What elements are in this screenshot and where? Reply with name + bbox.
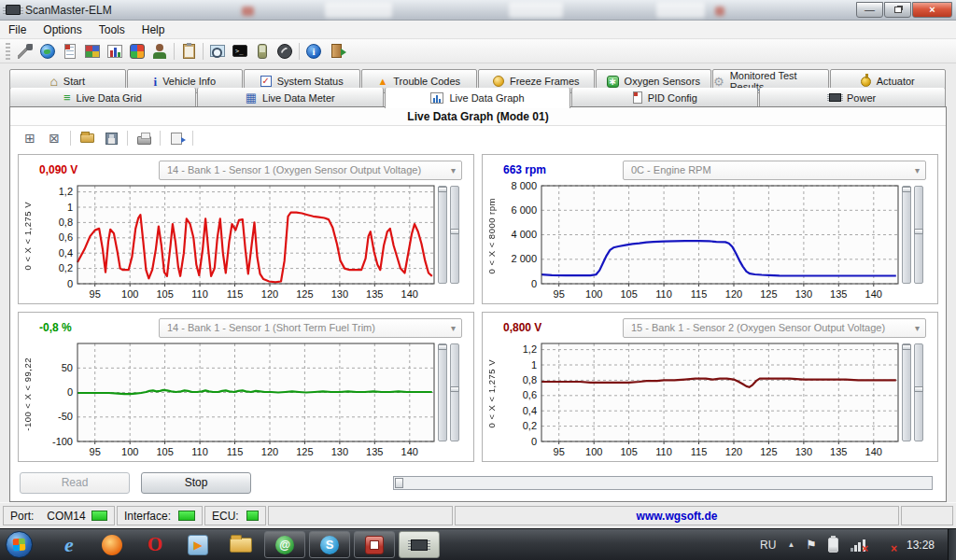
taskbar-scanmaster-active[interactable] bbox=[399, 531, 440, 558]
action-center-flag-icon[interactable]: ⚑ bbox=[806, 538, 817, 552]
svg-text:1: 1 bbox=[67, 202, 73, 213]
battery-icon[interactable] bbox=[828, 538, 838, 553]
gauge-button[interactable] bbox=[274, 41, 296, 62]
terminal-button[interactable]: >_ bbox=[229, 41, 251, 62]
scale-slider[interactable] bbox=[902, 186, 911, 284]
menu-help[interactable]: Help bbox=[134, 21, 174, 38]
svg-text:2 000: 2 000 bbox=[511, 253, 537, 264]
search-icon bbox=[210, 45, 225, 57]
show-desktop-button[interactable] bbox=[948, 529, 956, 560]
open-button[interactable] bbox=[75, 129, 99, 148]
menubar: File Options Tools Help bbox=[0, 21, 956, 39]
print-button[interactable] bbox=[132, 129, 156, 148]
menu-tools[interactable]: Tools bbox=[91, 21, 134, 38]
clock[interactable]: 13:28 bbox=[907, 539, 935, 552]
titlebar-glass-artifact bbox=[656, 2, 705, 18]
add-pid-button[interactable]: ⊞ bbox=[18, 129, 42, 148]
svg-text:0: 0 bbox=[67, 278, 73, 289]
tab-live-data-grid[interactable]: ≡Live Data Grid bbox=[9, 88, 196, 108]
report-button[interactable] bbox=[59, 41, 81, 62]
svg-text:130: 130 bbox=[795, 446, 812, 457]
grid-view-button[interactable] bbox=[81, 41, 104, 62]
taskbar-opera[interactable]: O bbox=[143, 533, 167, 557]
taskbar-messenger[interactable]: @ bbox=[264, 531, 305, 558]
taskbar-skype[interactable]: S bbox=[309, 531, 350, 558]
start-button[interactable] bbox=[6, 531, 33, 558]
language-indicator[interactable]: RU bbox=[760, 539, 776, 552]
taskbar-ie[interactable]: e bbox=[57, 533, 81, 557]
user-button[interactable] bbox=[148, 41, 171, 62]
menu-file[interactable]: File bbox=[0, 21, 35, 38]
svg-text:100: 100 bbox=[585, 446, 602, 457]
svg-text:115: 115 bbox=[691, 446, 708, 457]
taskbar-explorer[interactable] bbox=[229, 533, 253, 557]
restore-button[interactable] bbox=[884, 2, 911, 18]
close-button[interactable]: × bbox=[912, 2, 952, 18]
about-button[interactable]: i bbox=[302, 41, 325, 62]
tab-label: Trouble Codes bbox=[393, 76, 460, 87]
stop-button[interactable]: Stop bbox=[141, 472, 251, 494]
tab-power[interactable]: Power bbox=[759, 88, 946, 108]
pid-select[interactable]: 0C - Engine RPM ▾ bbox=[623, 161, 926, 180]
taskbar-firefox[interactable] bbox=[100, 533, 124, 557]
ie-icon: e bbox=[64, 533, 74, 557]
taskbar-media-player[interactable]: ▶ bbox=[186, 533, 210, 557]
remove-pid-button[interactable]: ⊠ bbox=[42, 129, 66, 148]
offset-slider[interactable] bbox=[450, 186, 459, 284]
network-disconnected-icon[interactable] bbox=[850, 539, 865, 552]
svg-text:130: 130 bbox=[795, 288, 812, 300]
theme-button[interactable] bbox=[126, 41, 148, 62]
red-app-icon bbox=[365, 536, 384, 554]
exit-button[interactable] bbox=[325, 41, 347, 62]
chart-sliders bbox=[438, 339, 459, 441]
offset-slider[interactable] bbox=[914, 343, 923, 441]
chart-view-button[interactable] bbox=[104, 41, 126, 62]
meter-grid-icon: ▦ bbox=[246, 91, 257, 104]
statusbar: Port: COM14 Interface: ECU: www.wgsoft.d… bbox=[0, 502, 956, 528]
pid-select[interactable]: 14 - Bank 1 - Sensor 1 (Oxygen Sensor Ou… bbox=[159, 161, 462, 180]
titlebar[interactable]: ScanMaster-ELM — × bbox=[0, 0, 956, 21]
search-window-button[interactable] bbox=[206, 41, 229, 62]
interface-label: Interface: bbox=[124, 510, 171, 523]
chart-view-icon bbox=[107, 45, 122, 58]
clipboard-button[interactable] bbox=[177, 41, 200, 62]
scale-slider[interactable] bbox=[902, 343, 911, 441]
save-button[interactable] bbox=[99, 129, 123, 148]
offset-slider[interactable] bbox=[450, 343, 459, 441]
minimize-button[interactable]: — bbox=[856, 2, 883, 18]
chart-sliders bbox=[438, 181, 459, 284]
grid-view-icon bbox=[85, 45, 100, 58]
web-button[interactable] bbox=[36, 41, 59, 62]
page-title: Live Data Graph (Mode 01) bbox=[10, 107, 946, 126]
toolbar-separator bbox=[160, 131, 161, 146]
toolbar-separator bbox=[192, 131, 193, 146]
pid-select-label: 0C - Engine RPM bbox=[631, 164, 915, 175]
scale-slider[interactable] bbox=[438, 343, 447, 441]
tab-live-data-meter[interactable]: ▦Live Data Meter bbox=[197, 88, 384, 108]
actuator-icon bbox=[861, 77, 871, 87]
scale-slider[interactable] bbox=[438, 186, 447, 284]
svg-text:125: 125 bbox=[296, 446, 313, 457]
svg-text:105: 105 bbox=[620, 446, 637, 457]
offset-slider[interactable] bbox=[914, 186, 923, 284]
svg-text:110: 110 bbox=[191, 446, 208, 457]
volume-muted-icon[interactable] bbox=[877, 538, 895, 553]
tab-pid-config[interactable]: PID Config bbox=[571, 88, 758, 108]
taskbar-red-app[interactable] bbox=[354, 531, 395, 558]
gauge-icon bbox=[277, 44, 292, 59]
connect-button[interactable] bbox=[14, 41, 36, 62]
tray-expand-icon[interactable]: ▲ bbox=[787, 540, 794, 549]
svg-text:100: 100 bbox=[121, 288, 138, 300]
svg-text:120: 120 bbox=[261, 446, 278, 457]
export-button[interactable] bbox=[164, 129, 189, 148]
svg-text:100: 100 bbox=[585, 288, 602, 300]
pid-select[interactable]: 14 - Bank 1 - Sensor 1 (Short Term Fuel … bbox=[159, 318, 462, 338]
read-button[interactable]: Read bbox=[20, 472, 130, 494]
svg-text:105: 105 bbox=[156, 288, 173, 300]
menu-options[interactable]: Options bbox=[35, 21, 90, 38]
svg-text:120: 120 bbox=[725, 446, 742, 457]
device-button[interactable] bbox=[251, 41, 274, 62]
tab-live-data-graph[interactable]: Live Data Graph bbox=[385, 88, 571, 108]
pid-select[interactable]: 15 - Bank 1 - Sensor 2 (Oxygen Sensor Ou… bbox=[623, 318, 926, 338]
website-link[interactable]: www.wgsoft.de bbox=[455, 506, 899, 525]
